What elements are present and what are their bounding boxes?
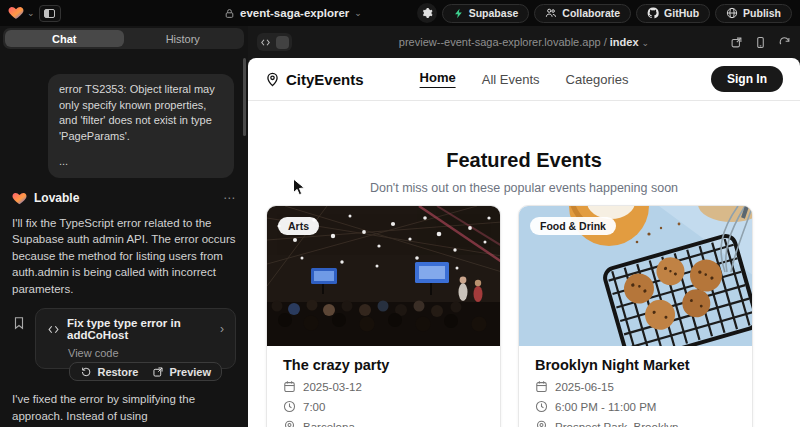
event-card-crazy-party[interactable]: Arts The crazy party 2025-03-12 xyxy=(266,205,501,427)
open-in-new-tab-icon[interactable] xyxy=(730,36,743,49)
event-date-row: 2025-06-15 xyxy=(535,380,736,393)
message-actions: Restore Preview xyxy=(69,362,222,381)
preview-button-label: Preview xyxy=(169,366,211,378)
assistant-name: Lovable xyxy=(34,191,79,205)
preview-url[interactable]: preview--event-saga-explorer.lovable.app… xyxy=(248,36,800,48)
github-button-label: GitHub xyxy=(664,7,699,19)
user-message-text: error TS2353: Object literal may only sp… xyxy=(59,82,223,144)
event-title: The crazy party xyxy=(283,357,484,373)
event-time: 6:00 PM - 11:00 PM xyxy=(555,401,656,413)
github-icon xyxy=(647,7,659,19)
app-preview: CityEvents Home All Events Categories Si… xyxy=(248,58,800,427)
gear-icon xyxy=(421,7,433,19)
event-card-grid: Arts The crazy party 2025-03-12 xyxy=(266,205,753,427)
preview-button[interactable]: Preview xyxy=(145,366,218,378)
chevron-down-icon: ⌄ xyxy=(642,38,650,48)
chevron-right-icon: › xyxy=(220,322,224,336)
lovable-editor-window: ⌄ event-saga-explorer ⌄ Su xyxy=(0,0,800,427)
chat-sidebar: Chat History error TS2353: Object litera… xyxy=(0,26,248,427)
collaborate-button[interactable]: Collaborate xyxy=(534,4,631,23)
event-time: 7:00 xyxy=(303,401,325,413)
app-navbar: CityEvents Home All Events Categories Si… xyxy=(248,58,800,101)
location-pin-icon xyxy=(535,420,548,427)
supabase-button[interactable]: Supabase xyxy=(442,4,530,23)
event-date: 2025-06-15 xyxy=(555,381,614,393)
publish-button[interactable]: Publish xyxy=(715,4,792,23)
assistant-paragraph-2: I've fixed the error by simplifying the … xyxy=(12,391,236,427)
url-host: preview--event-saga-explorer.lovable.app xyxy=(399,36,601,48)
user-message-more: ... xyxy=(59,154,223,170)
supabase-button-label: Supabase xyxy=(469,7,519,19)
event-time-row: 7:00 xyxy=(283,400,484,413)
chevron-down-icon: ⌄ xyxy=(27,9,35,18)
category-badge: Food & Drink xyxy=(530,217,616,235)
nav-link-categories[interactable]: Categories xyxy=(566,72,629,87)
calendar-icon xyxy=(283,380,296,393)
url-separator: / xyxy=(601,36,610,48)
code-icon xyxy=(47,323,60,336)
featured-events-subheading: Don't miss out on these popular events h… xyxy=(248,181,800,195)
preview-pane: preview--event-saga-explorer.lovable.app… xyxy=(248,26,800,427)
lovable-heart-icon xyxy=(12,191,27,206)
toggle-sidebar-button[interactable] xyxy=(39,5,61,22)
assistant-paragraph-1: I'll fix the TypeScript error related to… xyxy=(12,215,236,298)
people-icon xyxy=(545,7,557,19)
event-date: 2025-03-12 xyxy=(303,381,362,393)
settings-button[interactable] xyxy=(417,3,437,23)
github-button[interactable]: GitHub xyxy=(636,4,710,23)
code-change-card[interactable]: Fix type type error in addCoHost › View … xyxy=(35,308,236,369)
url-page: index xyxy=(610,36,639,48)
top-bar: ⌄ event-saga-explorer ⌄ Su xyxy=(0,0,800,26)
code-card-title: Fix type type error in addCoHost xyxy=(67,317,213,341)
event-image-cookies: Food & Drink xyxy=(519,206,752,346)
project-selector[interactable]: event-saga-explorer ⌄ xyxy=(224,0,362,26)
tab-history[interactable]: History xyxy=(124,30,243,47)
toggle-knob xyxy=(276,36,289,49)
restore-button-label: Restore xyxy=(97,366,138,378)
supabase-bolt-icon xyxy=(453,8,464,19)
restore-icon xyxy=(80,366,92,378)
collaborate-button-label: Collaborate xyxy=(562,7,620,19)
sidebar-scrollbar[interactable] xyxy=(243,58,246,136)
event-location-row: Barcelona xyxy=(283,420,484,427)
lovable-logo-menu[interactable]: ⌄ xyxy=(8,5,35,21)
lovable-heart-icon xyxy=(8,5,24,21)
app-brand[interactable]: CityEvents xyxy=(265,71,364,88)
app-brand-name: CityEvents xyxy=(286,71,364,88)
clock-icon xyxy=(283,400,296,413)
code-icon xyxy=(260,37,271,48)
code-view-toggle[interactable] xyxy=(257,33,292,51)
event-card-night-market[interactable]: Food & Drink Brooklyn Night Market 2025-… xyxy=(518,205,753,427)
event-time-row: 6:00 PM - 11:00 PM xyxy=(535,400,736,413)
bookmark-icon[interactable] xyxy=(12,316,26,330)
chat-scroll-area[interactable]: error TS2353: Object literal may only sp… xyxy=(12,74,236,427)
sign-in-button[interactable]: Sign In xyxy=(711,66,783,92)
clock-icon xyxy=(535,400,548,413)
mobile-view-icon[interactable] xyxy=(754,36,767,49)
preview-chrome-bar: preview--event-saga-explorer.lovable.app… xyxy=(248,26,800,58)
sidebar-tabbar: Chat History xyxy=(3,28,244,49)
location-pin-icon xyxy=(283,420,296,427)
publish-button-label: Publish xyxy=(743,7,781,19)
location-pin-icon xyxy=(265,72,280,87)
event-title: Brooklyn Night Market xyxy=(535,357,736,373)
open-preview-icon xyxy=(152,366,164,378)
nav-link-all-events[interactable]: All Events xyxy=(482,72,540,87)
message-menu-button[interactable]: ⋯ xyxy=(223,191,236,205)
event-location-row: Prospect Park, Brooklyn xyxy=(535,420,736,427)
event-location: Barcelona xyxy=(303,421,355,427)
sidebar-panel-icon xyxy=(44,9,55,18)
restore-button[interactable]: Restore xyxy=(73,366,145,378)
category-badge: Arts xyxy=(278,217,319,235)
lock-icon xyxy=(224,8,235,19)
tab-chat[interactable]: Chat xyxy=(5,30,124,47)
nav-link-home[interactable]: Home xyxy=(420,70,456,88)
project-name: event-saga-explorer xyxy=(240,7,349,19)
view-code-link[interactable]: View code xyxy=(68,347,224,359)
globe-icon xyxy=(726,7,738,19)
event-image-party: Arts xyxy=(267,206,500,346)
event-location: Prospect Park, Brooklyn xyxy=(555,421,678,427)
refresh-icon[interactable] xyxy=(778,36,791,49)
assistant-header: Lovable ⋯ xyxy=(12,191,236,206)
chevron-down-icon: ⌄ xyxy=(354,9,362,18)
